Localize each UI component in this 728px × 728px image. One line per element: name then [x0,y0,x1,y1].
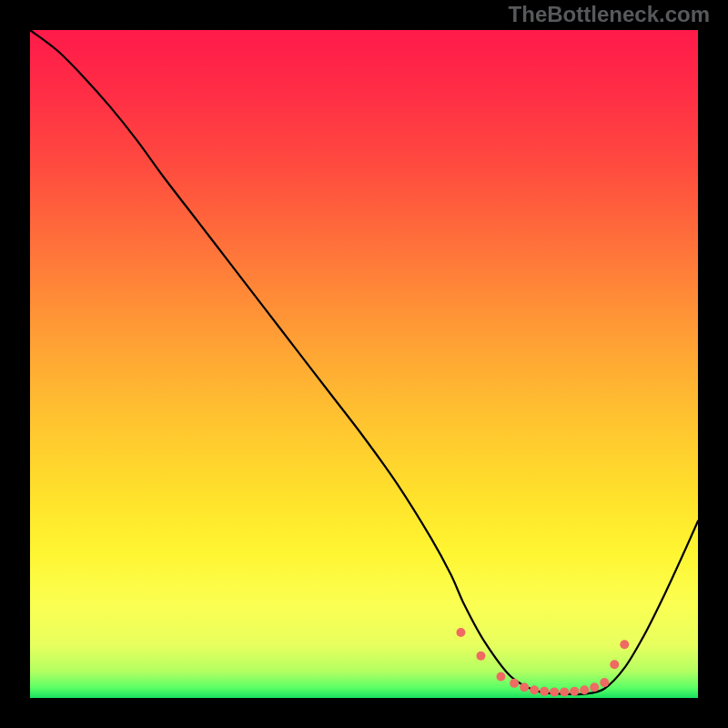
svg-rect-0 [30,30,698,698]
chart-container: TheBottleneck.com [0,0,728,728]
watermark-text: TheBottleneck.com [509,2,710,27]
chart-background [30,30,698,698]
